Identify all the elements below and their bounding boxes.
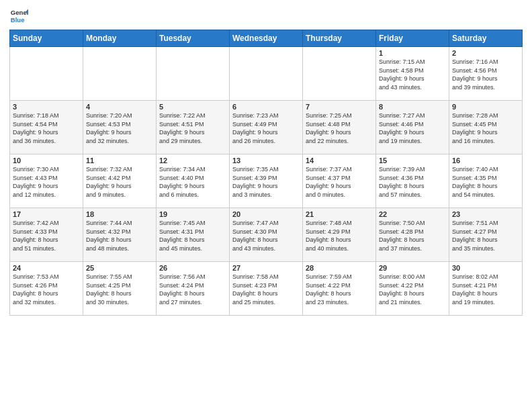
calendar-cell: 6Sunrise: 7:23 AM Sunset: 4:49 PM Daylig… bbox=[230, 101, 303, 154]
day-number: 2 bbox=[452, 49, 519, 57]
day-number: 4 bbox=[86, 103, 153, 111]
day-number: 22 bbox=[379, 210, 446, 218]
calendar-cell: 7Sunrise: 7:25 AM Sunset: 4:48 PM Daylig… bbox=[303, 101, 376, 154]
day-number: 19 bbox=[159, 210, 226, 218]
calendar-cell: 30Sunrise: 8:02 AM Sunset: 4:21 PM Dayli… bbox=[449, 262, 523, 316]
calendar-cell bbox=[10, 47, 83, 101]
calendar-cell bbox=[303, 47, 376, 101]
day-number: 12 bbox=[159, 156, 226, 165]
week-row-1: 3Sunrise: 7:18 AM Sunset: 4:54 PM Daylig… bbox=[10, 101, 523, 154]
day-info: Sunrise: 7:37 AM Sunset: 4:37 PM Dayligh… bbox=[306, 165, 373, 199]
svg-text:Blue: Blue bbox=[11, 16, 25, 24]
calendar-cell: 24Sunrise: 7:53 AM Sunset: 4:26 PM Dayli… bbox=[10, 262, 83, 316]
day-number: 29 bbox=[379, 264, 446, 272]
day-number: 27 bbox=[232, 264, 300, 272]
day-number: 15 bbox=[379, 156, 446, 165]
weekday-header-row: SundayMondayTuesdayWednesdayThursdayFrid… bbox=[10, 30, 523, 47]
calendar-cell: 20Sunrise: 7:47 AM Sunset: 4:30 PM Dayli… bbox=[230, 208, 303, 262]
day-number: 10 bbox=[13, 156, 80, 165]
calendar-cell: 14Sunrise: 7:37 AM Sunset: 4:37 PM Dayli… bbox=[303, 154, 376, 208]
week-row-3: 17Sunrise: 7:42 AM Sunset: 4:33 PM Dayli… bbox=[10, 208, 523, 262]
calendar-cell: 3Sunrise: 7:18 AM Sunset: 4:54 PM Daylig… bbox=[10, 101, 83, 154]
calendar-cell: 17Sunrise: 7:42 AM Sunset: 4:33 PM Dayli… bbox=[10, 208, 83, 262]
calendar-cell: 9Sunrise: 7:28 AM Sunset: 4:45 PM Daylig… bbox=[449, 101, 523, 154]
calendar-cell: 22Sunrise: 7:50 AM Sunset: 4:28 PM Dayli… bbox=[376, 208, 449, 262]
day-number: 24 bbox=[13, 264, 80, 272]
calendar-cell: 26Sunrise: 7:56 AM Sunset: 4:24 PM Dayli… bbox=[157, 262, 230, 316]
day-number: 13 bbox=[232, 156, 300, 165]
day-info: Sunrise: 8:00 AM Sunset: 4:22 PM Dayligh… bbox=[379, 273, 446, 306]
day-number: 30 bbox=[452, 264, 519, 272]
day-info: Sunrise: 7:55 AM Sunset: 4:25 PM Dayligh… bbox=[86, 273, 153, 306]
calendar-cell: 16Sunrise: 7:40 AM Sunset: 4:35 PM Dayli… bbox=[449, 154, 523, 208]
day-number: 16 bbox=[452, 156, 519, 165]
day-number: 1 bbox=[379, 49, 446, 57]
day-number: 26 bbox=[159, 264, 226, 272]
day-number: 23 bbox=[452, 210, 519, 218]
weekday-header-saturday: Saturday bbox=[449, 30, 523, 47]
week-row-0: 1Sunrise: 7:15 AM Sunset: 4:58 PM Daylig… bbox=[10, 47, 523, 101]
day-number: 25 bbox=[86, 264, 153, 272]
calendar-cell: 5Sunrise: 7:22 AM Sunset: 4:51 PM Daylig… bbox=[157, 101, 230, 154]
calendar-cell: 21Sunrise: 7:48 AM Sunset: 4:29 PM Dayli… bbox=[303, 208, 376, 262]
weekday-header-thursday: Thursday bbox=[303, 30, 376, 47]
calendar-cell: 2Sunrise: 7:16 AM Sunset: 4:56 PM Daylig… bbox=[449, 47, 523, 101]
day-info: Sunrise: 7:39 AM Sunset: 4:36 PM Dayligh… bbox=[379, 165, 446, 199]
day-info: Sunrise: 7:59 AM Sunset: 4:22 PM Dayligh… bbox=[306, 273, 373, 306]
calendar-cell bbox=[157, 47, 230, 101]
day-info: Sunrise: 7:25 AM Sunset: 4:48 PM Dayligh… bbox=[306, 111, 373, 145]
week-row-2: 10Sunrise: 7:30 AM Sunset: 4:43 PM Dayli… bbox=[10, 154, 523, 208]
weekday-header-tuesday: Tuesday bbox=[157, 30, 230, 47]
day-number: 18 bbox=[86, 210, 153, 218]
weekday-header-sunday: Sunday bbox=[10, 30, 83, 47]
day-info: Sunrise: 7:22 AM Sunset: 4:51 PM Dayligh… bbox=[159, 111, 226, 145]
day-number: 20 bbox=[232, 210, 300, 218]
day-info: Sunrise: 7:20 AM Sunset: 4:53 PM Dayligh… bbox=[86, 111, 153, 145]
day-info: Sunrise: 7:45 AM Sunset: 4:31 PM Dayligh… bbox=[159, 219, 226, 253]
calendar-cell: 18Sunrise: 7:44 AM Sunset: 4:32 PM Dayli… bbox=[83, 208, 157, 262]
calendar-cell: 13Sunrise: 7:35 AM Sunset: 4:39 PM Dayli… bbox=[230, 154, 303, 208]
week-row-4: 24Sunrise: 7:53 AM Sunset: 4:26 PM Dayli… bbox=[10, 262, 523, 316]
day-number: 3 bbox=[13, 103, 80, 111]
day-info: Sunrise: 7:27 AM Sunset: 4:46 PM Dayligh… bbox=[379, 111, 446, 145]
day-info: Sunrise: 7:23 AM Sunset: 4:49 PM Dayligh… bbox=[232, 111, 300, 145]
day-info: Sunrise: 7:44 AM Sunset: 4:32 PM Dayligh… bbox=[86, 219, 153, 253]
calendar-cell: 11Sunrise: 7:32 AM Sunset: 4:42 PM Dayli… bbox=[83, 154, 157, 208]
day-info: Sunrise: 7:51 AM Sunset: 4:27 PM Dayligh… bbox=[452, 219, 519, 253]
calendar-cell: 28Sunrise: 7:59 AM Sunset: 4:22 PM Dayli… bbox=[303, 262, 376, 316]
day-number: 8 bbox=[379, 103, 446, 111]
calendar-cell: 19Sunrise: 7:45 AM Sunset: 4:31 PM Dayli… bbox=[157, 208, 230, 262]
day-number: 17 bbox=[13, 210, 80, 218]
day-info: Sunrise: 7:53 AM Sunset: 4:26 PM Dayligh… bbox=[13, 273, 80, 306]
day-info: Sunrise: 7:58 AM Sunset: 4:23 PM Dayligh… bbox=[232, 273, 300, 306]
day-number: 9 bbox=[452, 103, 519, 111]
calendar-cell bbox=[83, 47, 157, 101]
day-info: Sunrise: 8:02 AM Sunset: 4:21 PM Dayligh… bbox=[452, 273, 519, 306]
day-info: Sunrise: 7:42 AM Sunset: 4:33 PM Dayligh… bbox=[13, 219, 80, 253]
calendar-cell: 4Sunrise: 7:20 AM Sunset: 4:53 PM Daylig… bbox=[83, 101, 157, 154]
logo: General Blue bbox=[9, 7, 28, 26]
day-number: 11 bbox=[86, 156, 153, 165]
day-number: 6 bbox=[232, 103, 300, 111]
day-number: 21 bbox=[306, 210, 373, 218]
calendar-cell: 15Sunrise: 7:39 AM Sunset: 4:36 PM Dayli… bbox=[376, 154, 449, 208]
svg-text:General: General bbox=[11, 9, 28, 16]
logo-icon: General Blue bbox=[9, 7, 28, 26]
calendar-cell bbox=[230, 47, 303, 101]
calendar-cell: 29Sunrise: 8:00 AM Sunset: 4:22 PM Dayli… bbox=[376, 262, 449, 316]
day-info: Sunrise: 7:34 AM Sunset: 4:40 PM Dayligh… bbox=[159, 165, 226, 199]
day-info: Sunrise: 7:56 AM Sunset: 4:24 PM Dayligh… bbox=[159, 273, 226, 306]
day-number: 7 bbox=[306, 103, 373, 111]
calendar-cell: 27Sunrise: 7:58 AM Sunset: 4:23 PM Dayli… bbox=[230, 262, 303, 316]
day-info: Sunrise: 7:40 AM Sunset: 4:35 PM Dayligh… bbox=[452, 165, 519, 199]
day-number: 5 bbox=[159, 103, 226, 111]
day-info: Sunrise: 7:30 AM Sunset: 4:43 PM Dayligh… bbox=[13, 165, 80, 199]
day-info: Sunrise: 7:35 AM Sunset: 4:39 PM Dayligh… bbox=[232, 165, 300, 199]
day-info: Sunrise: 7:50 AM Sunset: 4:28 PM Dayligh… bbox=[379, 219, 446, 253]
day-info: Sunrise: 7:16 AM Sunset: 4:56 PM Dayligh… bbox=[452, 58, 519, 91]
day-info: Sunrise: 7:48 AM Sunset: 4:29 PM Dayligh… bbox=[306, 219, 373, 253]
weekday-header-monday: Monday bbox=[83, 30, 157, 47]
calendar-cell: 1Sunrise: 7:15 AM Sunset: 4:58 PM Daylig… bbox=[376, 47, 449, 101]
calendar-cell: 10Sunrise: 7:30 AM Sunset: 4:43 PM Dayli… bbox=[10, 154, 83, 208]
weekday-header-wednesday: Wednesday bbox=[230, 30, 303, 47]
